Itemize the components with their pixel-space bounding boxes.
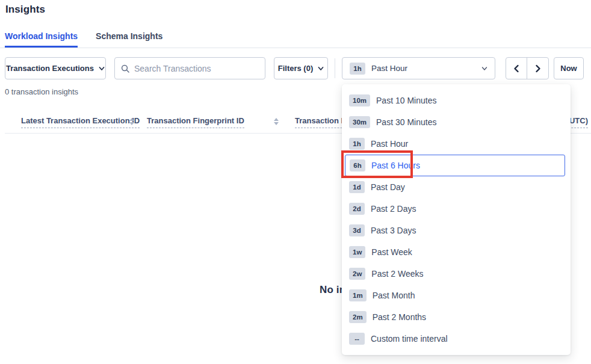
- search-icon: [121, 64, 129, 73]
- interval-badge: 1h: [349, 138, 365, 150]
- tab-bar: Workload Insights Schema Insights: [0, 26, 591, 48]
- menu-item-label: Past Week: [371, 247, 412, 257]
- menu-item-label: Custom time interval: [371, 334, 448, 344]
- sort-down-icon: [274, 122, 279, 125]
- chevron-left-icon: [513, 64, 520, 73]
- interval-badge: 10m: [349, 94, 370, 106]
- chevron-down-icon: [318, 66, 324, 72]
- menu-item-past-day[interactable]: 1d Past Day: [342, 176, 571, 198]
- menu-item-past-2-days[interactable]: 2d Past 2 Days: [342, 198, 571, 220]
- sort-up-icon: [274, 118, 279, 121]
- interval-badge: --: [349, 333, 365, 345]
- menu-item-past-week[interactable]: 1w Past Week: [342, 241, 571, 263]
- interval-badge: 6h: [350, 159, 365, 171]
- interval-badge: 1m: [349, 289, 367, 301]
- interval-badge: 1w: [349, 246, 365, 258]
- interval-badge: 2w: [349, 268, 365, 280]
- toolbar-divider: [335, 58, 335, 78]
- tab-schema-insights[interactable]: Schema Insights: [96, 26, 162, 48]
- chevron-down-icon: [99, 66, 105, 72]
- sort-down-icon: [129, 122, 134, 125]
- time-range-select[interactable]: 1h Past Hour: [342, 57, 495, 79]
- menu-item-label: Past Hour: [371, 139, 408, 149]
- column-header-transaction-fingerprint-id[interactable]: Transaction Fingerprint ID: [147, 116, 244, 128]
- menu-item-past-3-days[interactable]: 3d Past 3 Days: [342, 220, 571, 241]
- now-label: Now: [560, 64, 577, 73]
- now-button[interactable]: Now: [554, 57, 584, 79]
- menu-item-past-2-weeks[interactable]: 2w Past 2 Weeks: [342, 263, 571, 285]
- tab-workload-insights[interactable]: Workload Insights: [5, 26, 78, 48]
- filters-button[interactable]: Filters (0): [274, 57, 328, 79]
- time-range-badge: 1h: [350, 63, 365, 75]
- transaction-type-select[interactable]: Transaction Executions: [5, 57, 106, 79]
- chevron-right-icon: [534, 64, 542, 73]
- interval-badge: 3d: [349, 224, 365, 236]
- transaction-type-label: Transaction Executions: [6, 64, 94, 73]
- menu-item-label: Past 2 Weeks: [371, 269, 423, 279]
- time-pager-group: [506, 57, 549, 79]
- sort-icon[interactable]: [274, 118, 279, 125]
- menu-item-label: Past 10 Minutes: [376, 96, 436, 105]
- search-input[interactable]: [134, 64, 259, 73]
- menu-item-label: Past Month: [373, 291, 415, 300]
- menu-item-custom-time-interval[interactable]: -- Custom time interval: [342, 328, 571, 350]
- menu-item-label: Past 2 Months: [373, 312, 427, 322]
- sort-icon[interactable]: [129, 118, 134, 125]
- previous-interval-button[interactable]: [506, 58, 527, 79]
- menu-item-label: Past 3 Days: [371, 226, 416, 235]
- interval-badge: 1d: [349, 181, 365, 193]
- page-title: Insights: [5, 4, 45, 16]
- time-range-dropdown-menu: 10m Past 10 Minutes 30m Past 30 Minutes …: [342, 84, 571, 355]
- chevron-down-icon: [481, 66, 487, 72]
- menu-item-label: Past 6 Hours: [371, 161, 420, 170]
- insights-count: 0 transaction insights: [5, 87, 78, 96]
- interval-badge: 30m: [349, 116, 370, 128]
- filters-label: Filters (0): [278, 64, 314, 73]
- sort-up-icon: [129, 118, 134, 121]
- menu-item-past-6-hours[interactable]: 6h Past 6 Hours: [345, 155, 565, 176]
- menu-item-label: Past 30 Minutes: [376, 117, 436, 127]
- menu-item-label: Past Day: [371, 182, 405, 192]
- time-range-label: Past Hour: [371, 64, 475, 73]
- menu-item-past-month[interactable]: 1m Past Month: [342, 285, 571, 306]
- interval-badge: 2m: [349, 311, 367, 323]
- insights-page: Insights Workload Insights Schema Insigh…: [0, 0, 591, 364]
- menu-item-past-30-minutes[interactable]: 30m Past 30 Minutes: [342, 111, 571, 133]
- interval-badge: 2d: [349, 203, 365, 215]
- menu-item-past-2-months[interactable]: 2m Past 2 Months: [342, 306, 571, 328]
- next-interval-button[interactable]: [527, 58, 548, 79]
- menu-item-past-hour[interactable]: 1h Past Hour: [342, 133, 571, 155]
- menu-item-label: Past 2 Days: [371, 204, 416, 214]
- search-transactions-box: [114, 57, 265, 79]
- column-header-latest-transaction-execution-id[interactable]: Latest Transaction Execution ID: [21, 116, 140, 128]
- menu-item-past-10-minutes[interactable]: 10m Past 10 Minutes: [342, 90, 571, 111]
